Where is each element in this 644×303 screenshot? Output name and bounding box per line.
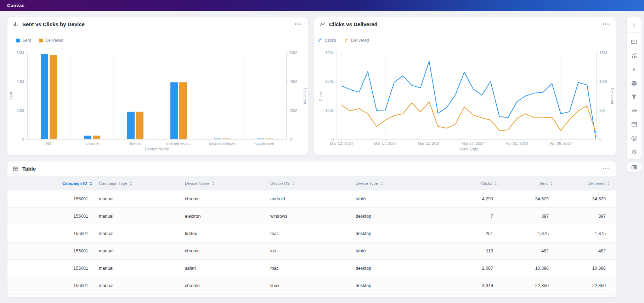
table-cell: 1,875 xyxy=(559,231,616,236)
table-header-row: Campaign IDCampaign TypeDevice NameDevic… xyxy=(7,176,616,190)
form-field-tool-button[interactable] xyxy=(627,35,641,48)
svg-text:Clicks: Clicks xyxy=(318,91,323,101)
table-cell: windows xyxy=(263,214,349,219)
table-cell: 10,396 xyxy=(503,266,559,271)
app-title: Canvas xyxy=(7,3,24,8)
column-header-label: Device Type xyxy=(356,181,378,185)
table-cell: 251 xyxy=(430,231,503,236)
clicks-squiggle-icon xyxy=(318,38,322,42)
column-header-label: Campaign Type xyxy=(99,181,127,185)
svg-text:Sent: Sent xyxy=(9,92,13,100)
legend-item-delivered-line[interactable]: Delivered xyxy=(344,38,369,43)
column-header-label: Delivered xyxy=(587,181,605,185)
column-header-campaign-type[interactable]: Campaign Type xyxy=(93,181,178,186)
table-cell: 397 xyxy=(559,214,616,219)
tool-rail-buttons: # xyxy=(627,33,642,159)
table-cell: 2,087 xyxy=(430,266,503,271)
svg-text:qq browser: qq browser xyxy=(255,141,275,145)
bar-delivered-1 xyxy=(93,136,100,139)
column-header-label: Device OS xyxy=(270,181,290,185)
table-cell: 34,629 xyxy=(503,196,559,201)
hash-tool-button[interactable]: # xyxy=(627,62,641,76)
table-cell: 155001 xyxy=(7,196,93,201)
legend-item-sent[interactable]: Sent xyxy=(16,38,31,43)
sort-icon xyxy=(89,181,93,186)
table-row: 155001manualchromelinuxdesktop4,34922,35… xyxy=(7,277,616,295)
table-cell: desktop xyxy=(349,283,430,288)
svg-text:Device Name: Device Name xyxy=(145,147,169,151)
table-icon xyxy=(12,166,19,172)
table-title: Table xyxy=(22,166,36,172)
sort-icon xyxy=(606,181,611,186)
table-row: 155001manualsafarimacdesktop2,08710,3961… xyxy=(7,260,616,277)
series-line-delivered xyxy=(341,102,596,133)
line-chart-plot: Mar 12, 2024Mar 17, 2024Mar 22, 2024Mar … xyxy=(314,48,616,153)
column-header-label: Sent xyxy=(539,181,548,185)
table-body: 155001manualchromeandroidtablet4,29034,6… xyxy=(7,190,616,295)
table-cell: manual xyxy=(93,266,178,271)
column-header-label: Campaign ID xyxy=(62,181,87,185)
table-cell: android xyxy=(263,196,349,201)
sort-icon xyxy=(379,181,384,186)
table-cell: chrome xyxy=(178,196,263,201)
svg-text:40M: 40M xyxy=(290,79,297,84)
table-cell: 7 xyxy=(430,214,503,219)
svg-text:Apr 01, 2024: Apr 01, 2024 xyxy=(506,141,528,145)
table-cell: chrome xyxy=(178,283,263,288)
bar-delivered-5 xyxy=(266,139,273,139)
drag-handle[interactable] xyxy=(627,17,642,33)
collapse-panel-button[interactable] xyxy=(626,162,642,172)
svg-text:microsoft edge: microsoft edge xyxy=(209,141,235,145)
svg-text:firefox: firefox xyxy=(130,141,141,145)
svg-text:Mar 22, 2024: Mar 22, 2024 xyxy=(418,141,441,145)
eye-tool-button[interactable] xyxy=(627,104,641,118)
cube-tool-button[interactable] xyxy=(627,76,641,90)
svg-text:300k: 300k xyxy=(325,51,334,55)
bar-chart-more-menu-button[interactable] xyxy=(294,21,302,27)
svg-text:chrome: chrome xyxy=(86,141,99,145)
table-cell: manual xyxy=(93,214,178,219)
target-tool-button[interactable] xyxy=(627,131,641,145)
table-cell: 10,396 xyxy=(559,266,616,271)
legend-item-delivered[interactable]: Delivered xyxy=(39,38,63,43)
svg-text:5M: 5M xyxy=(599,108,605,113)
column-header-clicks[interactable]: Clicks xyxy=(430,181,503,186)
bar-sent-3 xyxy=(170,82,178,139)
line-chart-legend: Clicks Delivered xyxy=(318,38,369,43)
table-cell: linux xyxy=(263,283,349,288)
column-header-sent[interactable]: Sent xyxy=(503,181,559,186)
table-cell: chrome xyxy=(178,248,263,253)
sort-icon xyxy=(211,181,215,186)
column-header-device-name[interactable]: Device Name xyxy=(178,181,263,186)
line-chart-card-header: Clicks vs Delivered xyxy=(314,17,616,31)
table-cell: firefox xyxy=(178,231,263,236)
column-header-label: Clicks xyxy=(481,181,492,185)
chart-tool-button[interactable] xyxy=(627,48,641,62)
table-cell: ios xyxy=(263,248,349,253)
bar-sent-2 xyxy=(127,112,135,139)
table-cell: tablet xyxy=(349,248,430,253)
bar-sent-1 xyxy=(84,136,91,139)
svg-text:Mar 17, 2024: Mar 17, 2024 xyxy=(374,141,397,145)
svg-text:NA: NA xyxy=(46,141,52,145)
calendar-tool-button[interactable] xyxy=(627,118,641,131)
column-header-campaign-id[interactable]: Campaign ID xyxy=(7,181,93,186)
filter-funnel-tool-button[interactable] xyxy=(627,90,641,104)
column-header-device-os[interactable]: Device OS xyxy=(263,181,349,186)
column-header-device-type[interactable]: Device Type xyxy=(349,181,430,186)
line-chart-icon xyxy=(319,21,326,27)
bar-chart-card-header: Sent vs Clicks by Device xyxy=(7,17,308,31)
svg-text:Mar 12, 2024: Mar 12, 2024 xyxy=(330,141,353,145)
table-cell: desktop xyxy=(349,266,430,271)
svg-text:20M: 20M xyxy=(17,108,24,113)
series-line-clicks xyxy=(341,61,596,138)
svg-text:internet expl...: internet expl... xyxy=(166,141,191,145)
line-chart-more-menu-button[interactable] xyxy=(602,21,610,27)
line-chart-card: Clicks vs Delivered Clicks Delivered Mar… xyxy=(314,17,616,155)
sort-icon xyxy=(549,181,554,186)
settings-gear-tool-button[interactable]: ⚙ xyxy=(627,145,641,159)
column-header-delivered[interactable]: Delivered xyxy=(559,181,616,186)
bar-sent-5 xyxy=(257,139,264,139)
table-more-menu-button[interactable] xyxy=(602,166,610,172)
legend-item-clicks[interactable]: Clicks xyxy=(318,38,336,43)
